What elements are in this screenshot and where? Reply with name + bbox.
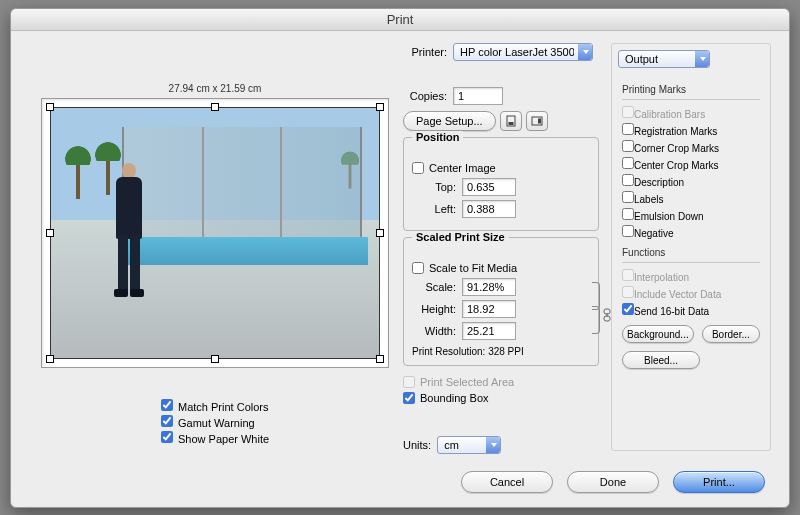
labels-check[interactable]: Labels [622, 191, 760, 205]
preview-box [41, 98, 389, 368]
height-label: Height: [412, 303, 456, 315]
position-group: Position Center Image Top: Left: [403, 137, 599, 231]
width-label: Width: [412, 325, 456, 337]
link-bracket-icon [592, 306, 600, 334]
label: Scale to Fit Media [429, 262, 517, 274]
units-label: Units: [403, 439, 431, 451]
resize-handle[interactable] [46, 229, 54, 237]
description-check[interactable]: Description [622, 174, 760, 188]
printer-label: Printer: [403, 46, 447, 58]
functions-checks: Interpolation Include Vector Data Send 1… [622, 269, 760, 317]
dialog-body: 27.94 cm x 21.59 cm [11, 31, 789, 507]
window-title: Print [11, 9, 789, 31]
match-print-colors-check[interactable]: Match Print Colors [161, 399, 269, 413]
printing-marks-checks: Calibration Bars Registration Marks Corn… [622, 106, 760, 239]
orientation-landscape-icon[interactable] [526, 111, 548, 131]
resize-handle[interactable] [211, 103, 219, 111]
resize-handle[interactable] [376, 355, 384, 363]
divider [622, 99, 760, 100]
output-panel: Output Printing Marks Calibration Bars R… [611, 43, 771, 451]
position-legend: Position [412, 131, 463, 143]
copies-label: Copies: [403, 90, 447, 102]
svg-rect-3 [538, 119, 541, 124]
functions-heading: Functions [622, 247, 760, 258]
lower-options: Print Selected Area Bounding Box [403, 376, 599, 408]
include-vector-data-check: Include Vector Data [622, 286, 760, 300]
copies-input[interactable] [453, 87, 503, 105]
scaled-legend: Scaled Print Size [412, 231, 509, 243]
output-section-select[interactable]: Output [618, 50, 710, 68]
top-input[interactable] [462, 178, 516, 196]
print-selected-area-check: Print Selected Area [403, 376, 514, 388]
scale-to-fit-check[interactable]: Scale to Fit Media [412, 262, 517, 274]
registration-marks-check[interactable]: Registration Marks [622, 123, 760, 137]
units-select[interactable]: cm [437, 436, 501, 454]
print-resolution-label: Print Resolution: 328 PPI [412, 346, 590, 357]
resize-handle[interactable] [211, 355, 219, 363]
done-button[interactable]: Done [567, 471, 659, 493]
bounding-box-check[interactable]: Bounding Box [403, 392, 489, 404]
svg-rect-1 [508, 122, 513, 125]
width-input[interactable] [462, 322, 516, 340]
top-label: Top: [412, 181, 456, 193]
scale-label: Scale: [412, 281, 456, 293]
scaled-print-size-group: Scaled Print Size Scale to Fit Media Sca… [403, 237, 599, 366]
height-input[interactable] [462, 300, 516, 318]
settings-column: Printer: HP color LaserJet 3500 @... Cop… [403, 43, 599, 454]
printer-select[interactable]: HP color LaserJet 3500 @... [453, 43, 593, 61]
preview-dimensions: 27.94 cm x 21.59 cm [41, 83, 389, 94]
emulsion-down-check[interactable]: Emulsion Down [622, 208, 760, 222]
border-button[interactable]: Border... [702, 325, 760, 343]
negative-check[interactable]: Negative [622, 225, 760, 239]
scale-input[interactable] [462, 278, 516, 296]
left-label: Left: [412, 203, 456, 215]
left-input[interactable] [462, 200, 516, 218]
label: Print Selected Area [420, 376, 514, 388]
label: Show Paper White [178, 433, 269, 445]
resize-handle[interactable] [376, 103, 384, 111]
label: Bounding Box [420, 392, 489, 404]
center-image-check[interactable]: Center Image [412, 162, 496, 174]
resize-handle[interactable] [46, 355, 54, 363]
show-paper-white-check[interactable]: Show Paper White [161, 431, 269, 445]
dialog-footer: Cancel Done Print... [461, 471, 765, 493]
interpolation-check: Interpolation [622, 269, 760, 283]
print-dialog: Print 27.94 cm x 21.59 cm [10, 8, 790, 508]
background-button[interactable]: Background... [622, 325, 694, 343]
cancel-button[interactable]: Cancel [461, 471, 553, 493]
center-crop-marks-check[interactable]: Center Crop Marks [622, 157, 760, 171]
calibration-bars-check: Calibration Bars [622, 106, 760, 120]
label: Center Image [429, 162, 496, 174]
page-setup-button[interactable]: Page Setup... [403, 111, 496, 131]
bleed-button[interactable]: Bleed... [622, 351, 700, 369]
label: Match Print Colors [178, 401, 268, 413]
gamut-warning-check[interactable]: Gamut Warning [161, 415, 269, 429]
label: Gamut Warning [178, 417, 255, 429]
resize-handle[interactable] [46, 103, 54, 111]
orientation-portrait-icon[interactable] [500, 111, 522, 131]
preview-paper[interactable] [50, 107, 380, 359]
send-16bit-check[interactable]: Send 16-bit Data [622, 303, 760, 317]
printing-marks-heading: Printing Marks [622, 84, 760, 95]
corner-crop-marks-check[interactable]: Corner Crop Marks [622, 140, 760, 154]
preview-image [50, 107, 380, 359]
preview-area: 27.94 cm x 21.59 cm [41, 83, 389, 368]
divider [622, 262, 760, 263]
preview-options: Match Print Colors Gamut Warning Show Pa… [161, 399, 269, 447]
resize-handle[interactable] [376, 229, 384, 237]
print-button[interactable]: Print... [673, 471, 765, 493]
